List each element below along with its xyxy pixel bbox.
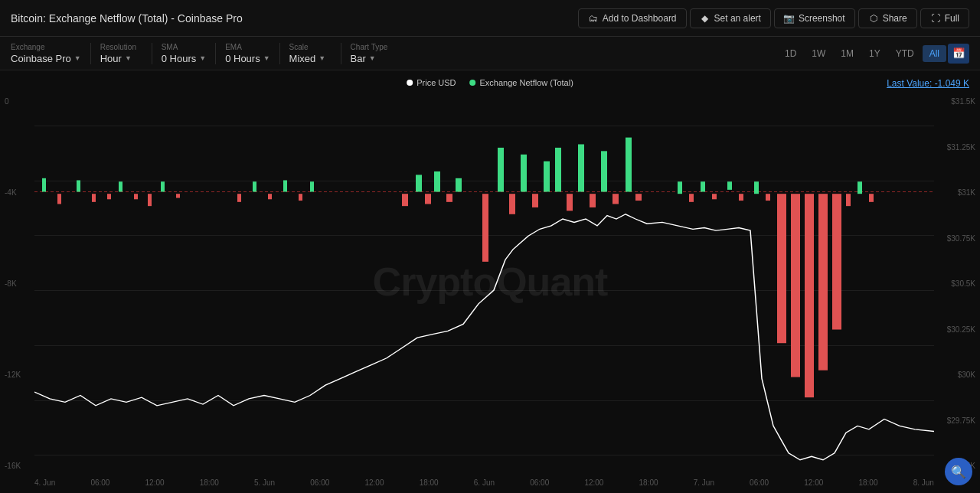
charttype-chevron-icon: ▼	[369, 54, 376, 62]
svg-rect-45	[766, 194, 770, 201]
svg-rect-44	[754, 181, 759, 194]
price-legend-label: Price USD	[416, 78, 456, 87]
svg-rect-21	[434, 171, 440, 192]
search-icon: 🔍	[951, 465, 966, 479]
dashboard-icon: 🗂	[588, 13, 599, 24]
svg-rect-25	[498, 148, 504, 192]
svg-rect-7	[119, 181, 122, 191]
svg-rect-37	[635, 194, 642, 201]
svg-rect-50	[832, 194, 841, 329]
time-btn-ytd[interactable]: YTD	[889, 45, 921, 62]
x-label-8jun: 8. Jun	[913, 478, 934, 487]
page-title: Bitcoin: Exchange Netflow (Total) - Coin…	[11, 12, 243, 24]
svg-rect-26	[509, 194, 515, 214]
y-axis-right: $31.5K $31.25K $31K $30.75K $30.5K $30.2…	[934, 70, 980, 470]
magnifier-button[interactable]: 🔍	[945, 458, 972, 485]
ema-chevron-icon: ▼	[263, 54, 270, 62]
exchange-control[interactable]: Exchange Coinbase Pro ▼	[11, 43, 91, 64]
svg-rect-30	[555, 148, 561, 192]
x-label-6jun: 6. Jun	[474, 478, 495, 487]
svg-rect-29	[544, 162, 550, 192]
svg-rect-10	[161, 181, 165, 191]
controls-bar: Exchange Coinbase Pro ▼ Resolution Hour …	[0, 37, 980, 70]
svg-rect-8	[134, 194, 138, 199]
y-label-right-1: $31.5K	[934, 97, 975, 106]
time-btn-1m[interactable]: 1M	[834, 45, 861, 62]
svg-rect-11	[176, 194, 180, 198]
x-label-18-2: 18:00	[420, 478, 439, 487]
share-icon: ⬡	[868, 13, 879, 24]
header: Bitcoin: Exchange Netflow (Total) - Coin…	[0, 0, 980, 37]
svg-rect-22	[446, 194, 452, 202]
resolution-chevron-icon: ▼	[125, 54, 132, 62]
chart-container: Price USD Exchange Netflow (Total) Last …	[0, 70, 980, 493]
svg-rect-36	[626, 138, 632, 192]
x-label-06-3: 06:00	[530, 478, 549, 487]
legend-price: Price USD	[407, 78, 456, 87]
svg-rect-2	[42, 178, 46, 192]
x-axis: 4. Jun 06:00 12:00 18:00 5. Jun 06:00 12…	[34, 472, 934, 493]
set-alert-button[interactable]: ◆ Set an alert	[690, 8, 771, 28]
x-label-12-2: 12:00	[364, 478, 384, 487]
svg-rect-42	[727, 181, 732, 190]
chart-svg	[34, 93, 934, 470]
x-label-06-1: 06:00	[90, 478, 109, 487]
ema-control[interactable]: EMA 0 Hours ▼	[216, 43, 279, 64]
chart-legend: Price USD Exchange Netflow (Total)	[407, 78, 573, 87]
y-label-0: 0	[5, 97, 34, 106]
full-button[interactable]: ⛶ Full	[920, 8, 969, 28]
y-label-8k: -8K	[5, 279, 34, 288]
y-label-4k: -4K	[5, 188, 34, 197]
svg-rect-48	[805, 194, 814, 397]
svg-rect-6	[107, 194, 111, 199]
svg-rect-15	[283, 180, 287, 191]
time-btn-1y[interactable]: 1Y	[862, 45, 887, 62]
svg-rect-46	[777, 194, 786, 343]
time-btn-1w[interactable]: 1W	[805, 45, 832, 62]
time-btn-1d[interactable]: 1D	[778, 45, 803, 62]
y-label-right-2: $31.25K	[934, 143, 975, 152]
price-legend-dot	[407, 80, 413, 86]
svg-rect-41	[712, 194, 717, 199]
time-btn-all[interactable]: All	[923, 45, 946, 62]
svg-rect-47	[791, 194, 800, 377]
svg-rect-32	[578, 144, 584, 191]
y-label-16k: -16K	[5, 462, 34, 470]
x-label-18-3: 18:00	[639, 478, 658, 487]
scale-control[interactable]: Scale Mixed ▼	[280, 43, 341, 64]
y-label-right-4: $30.75K	[934, 234, 975, 243]
svg-rect-33	[590, 194, 596, 207]
last-value: Last Value: -1.049 K	[887, 78, 969, 89]
svg-rect-49	[818, 194, 828, 370]
chart-type-control[interactable]: Chart Type Bar ▼	[341, 43, 403, 64]
x-label-12-1: 12:00	[145, 478, 165, 487]
y-label-right-8: $29.75K	[934, 416, 975, 425]
screenshot-button[interactable]: 📷 Screenshot	[774, 8, 855, 28]
sma-control[interactable]: SMA 0 Hours ▼	[152, 43, 216, 64]
svg-rect-14	[268, 194, 272, 199]
svg-rect-3	[57, 194, 61, 204]
svg-rect-35	[612, 194, 619, 204]
svg-rect-39	[689, 194, 694, 202]
netflow-legend-dot	[470, 80, 476, 86]
svg-rect-52	[858, 181, 862, 194]
scale-chevron-icon: ▼	[318, 54, 325, 62]
y-label-right-6: $30.25K	[934, 325, 975, 334]
x-label-06-4: 06:00	[750, 478, 769, 487]
x-label-7jun: 7. Jun	[694, 478, 714, 487]
svg-rect-51	[846, 194, 851, 206]
resolution-control[interactable]: Resolution Hour ▼	[91, 43, 152, 64]
netflow-legend-label: Exchange Netflow (Total)	[480, 78, 573, 87]
calendar-icon[interactable]: 📅	[948, 44, 969, 64]
fullscreen-icon: ⛶	[930, 13, 941, 24]
exchange-chevron-icon: ▼	[74, 54, 81, 62]
x-label-12-4: 12:00	[804, 478, 823, 487]
add-to-dashboard-button[interactable]: 🗂 Add to Dashboard	[578, 8, 687, 28]
x-label-4jun: 4. Jun	[34, 478, 55, 487]
svg-rect-34	[601, 151, 607, 191]
svg-rect-43	[739, 194, 743, 201]
share-button[interactable]: ⬡ Share	[858, 8, 917, 28]
svg-rect-4	[77, 180, 80, 191]
svg-rect-28	[532, 194, 538, 207]
x-label-06-2: 06:00	[310, 478, 329, 487]
